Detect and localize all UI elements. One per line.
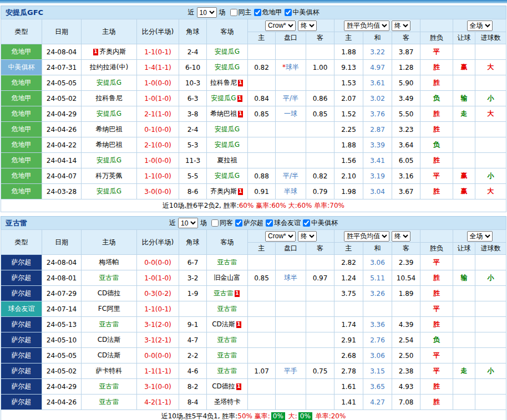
checkbox-input[interactable] xyxy=(254,9,261,16)
odds-company-select[interactable]: Crow* xyxy=(265,231,296,242)
filter-checkbox[interactable]: 同主 xyxy=(230,8,252,17)
filter-checkbox[interactable]: 中美俱杯 xyxy=(303,218,338,228)
match-row: 危地甲24-05-02拉科鲁尼1-0(1-0)6-3安提瓜G10.84平/半0.… xyxy=(1,91,506,106)
avg-draw-cell xyxy=(363,301,392,317)
team-name: FC阿里 xyxy=(98,305,120,313)
handicap-odds-home-cell: 0.91 xyxy=(248,184,276,199)
col-header-type: 类型 xyxy=(1,19,42,44)
red-card-badge: 1 xyxy=(235,290,240,297)
col-header-avg-draw: 和 xyxy=(363,32,392,44)
scope-select[interactable]: 全场 xyxy=(467,21,493,31)
filter-checkbox[interactable]: 萨尔超 xyxy=(235,218,263,228)
team-name: 亚古雷 xyxy=(214,289,234,297)
handicap-result-cell xyxy=(453,301,475,317)
avg-source-select[interactable]: 胜平负均值 xyxy=(344,21,389,31)
avg-away-cell: 3.67 xyxy=(392,184,420,199)
away-team-cell: 夏拉祖 xyxy=(207,153,248,168)
filter-checkboxes: 同主危地甲中美俱杯 xyxy=(228,8,320,17)
team-name: 旧金山富 xyxy=(214,274,241,281)
corner-cell: 3-8 xyxy=(179,106,207,122)
team-name: 亚古雷 xyxy=(217,336,237,344)
footer-segment: 大: xyxy=(286,412,297,420)
score-cell: 1-0(0-0) xyxy=(137,153,179,168)
filter-checkbox[interactable]: 危地甲 xyxy=(254,8,282,17)
result-cell: 平 xyxy=(420,44,453,60)
avg-away-cell: 2.50 xyxy=(392,348,420,363)
handicap-odds-home-cell xyxy=(248,348,276,363)
date-cell: 24-07-14 xyxy=(42,301,82,317)
near-label: 近 xyxy=(188,8,195,17)
result-cell: 胜 xyxy=(420,317,453,332)
corner-cell: 8-2 xyxy=(179,379,207,395)
red-card-badge: 1 xyxy=(238,111,243,117)
checkbox-input[interactable] xyxy=(266,219,273,227)
handicap-odds-away-cell xyxy=(306,122,334,137)
team-name: 安提瓜G xyxy=(215,48,240,55)
checkbox-input[interactable] xyxy=(235,219,242,227)
score-cell: 1-0(0-0) xyxy=(137,75,179,91)
away-team-cell: CD法斯1 xyxy=(207,317,248,332)
recent-count-select[interactable]: 10 xyxy=(178,218,198,228)
avg-final-select[interactable]: 终 xyxy=(392,21,410,31)
checkbox-input[interactable] xyxy=(303,219,310,227)
checkbox-input[interactable] xyxy=(211,219,219,227)
handicap-odds-home-cell xyxy=(248,395,276,410)
filter-toolbar: 近 10 场 同客萨尔超球会友谊中美俱杯 xyxy=(169,218,338,228)
away-team-cell: 齐奥内斯1 xyxy=(207,184,248,199)
footer-segment: 大: xyxy=(286,202,297,209)
avg-home-cell: 2.78 xyxy=(334,363,363,379)
filter-checkbox[interactable]: 同客 xyxy=(211,218,233,228)
match-row: 危地甲24-04-26希纳巴祖0-1(0-0)2-4安提瓜G2.252.873.… xyxy=(1,122,506,137)
avg-away-cell: 10.54 xyxy=(392,270,420,286)
score-cell: 3-1(2-1) xyxy=(137,332,179,348)
avg-draw-cell: 3.76 xyxy=(363,106,392,122)
avg-group-header: 胜平负均值 终 xyxy=(334,19,420,32)
avg-away-cell: 3.49 xyxy=(392,91,420,106)
matches-table: 类型 日期 主场 比分(半场) 角球 客场 Crow* 终 胜平负均值 终 全场 xyxy=(1,19,506,212)
scope-select[interactable]: 全场 xyxy=(467,231,493,242)
checkbox-input[interactable] xyxy=(285,9,292,16)
team-name: 拉约拉港(中) xyxy=(90,63,128,71)
odds-company-select[interactable]: Crow* xyxy=(265,21,296,31)
odds-final-select[interactable]: 终 xyxy=(298,21,317,31)
home-team-cell: 希纳巴祖 xyxy=(82,137,137,153)
handicap-result-cell xyxy=(453,44,475,60)
home-team-cell: 安提瓜G xyxy=(82,75,137,91)
corner-cell: 2-4 xyxy=(179,44,207,60)
handicap-result-cell xyxy=(453,332,475,348)
checkbox-input[interactable] xyxy=(230,9,237,16)
result-header-spacer xyxy=(420,230,453,243)
score-cell: 0-0(0-0) xyxy=(137,255,179,270)
date-cell: 24-04-07 xyxy=(42,168,82,184)
filter-checkbox[interactable]: 中美俱杯 xyxy=(285,8,320,17)
avg-home-cell: 2.82 xyxy=(334,255,363,270)
avg-home-cell: 3.75 xyxy=(334,286,363,301)
team-name: 安提瓜G xyxy=(211,94,236,102)
odds-final-select[interactable]: 终 xyxy=(298,231,317,242)
result-cell: 胜 xyxy=(420,286,453,301)
avg-away-cell: 1.89 xyxy=(392,286,420,301)
date-cell: 24-04-22 xyxy=(42,137,82,153)
goals-result-cell: 小 xyxy=(475,91,506,106)
avg-home-cell: 2.25 xyxy=(334,122,363,137)
avg-final-select[interactable]: 终 xyxy=(392,231,410,242)
handicap-odds-away-cell xyxy=(306,395,334,410)
match-row: 萨尔超24-04-26亚古雷4-2(1-1)8-4圣塔特卡1.414.277.0… xyxy=(1,395,506,410)
col-header-result: 胜负 xyxy=(420,243,453,255)
away-team-cell: 安提瓜G xyxy=(207,137,248,153)
avg-draw-cell: 3.19 xyxy=(363,168,392,184)
col-header-result: 胜负 xyxy=(420,32,453,44)
goals-result-cell: 大 xyxy=(475,60,506,75)
date-cell: 24-05-10 xyxy=(42,332,82,348)
handicap-result-cell: 赢 xyxy=(453,60,475,75)
home-team-cell: 亚古雷 xyxy=(82,379,137,395)
avg-draw-cell: 4.27 xyxy=(363,395,392,410)
recent-count-select[interactable]: 10 xyxy=(197,7,217,18)
avg-source-select[interactable]: 胜平负均值 xyxy=(344,231,389,242)
footer-segment: 近10场,胜5平4负1, 胜率: xyxy=(161,412,238,420)
filter-checkbox[interactable]: 球会友谊 xyxy=(266,218,301,228)
handicap-result-cell xyxy=(453,379,475,395)
league-type-cell: 萨尔超 xyxy=(1,255,42,270)
col-header-odds-home: 主 xyxy=(248,32,276,44)
result-cell: 胜 xyxy=(420,379,453,395)
